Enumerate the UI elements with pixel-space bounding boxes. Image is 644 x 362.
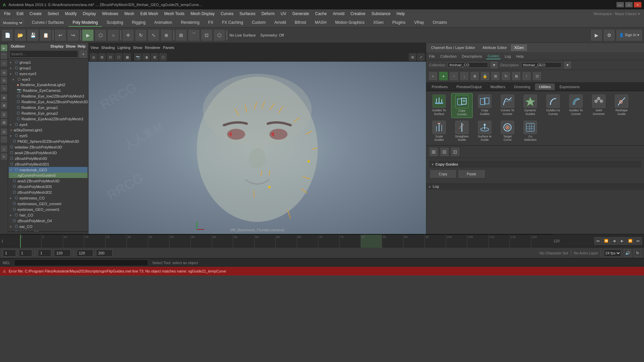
new-scene-btn[interactable]: 📄: [1, 29, 13, 41]
menu-deform[interactable]: Deform: [259, 11, 277, 17]
paint-tool[interactable]: ○: [0, 60, 8, 67]
current-frame-field[interactable]: [3, 249, 16, 257]
tree-item-eyes-eye3[interactable]: ▸⬡eyes:eye3: [9, 71, 88, 76]
anim-end2-field[interactable]: [96, 249, 113, 257]
viewport[interactable]: View Shading Lighting Show Renderer Pane…: [89, 43, 426, 234]
util-tab-utilities[interactable]: Utilities: [535, 83, 555, 90]
tree-item-zbrush2[interactable]: ⬡zBrushPolyMesh3D1: [9, 161, 88, 167]
tree-item-ear-co[interactable]: ▸⬡ear_CO: [9, 224, 88, 229]
tab-channel-box[interactable]: Channel Box / Layer Editor: [428, 44, 478, 51]
tool-copy-guides[interactable]: CopyGuides: [474, 93, 495, 118]
paste-button[interactable]: Paste: [459, 170, 485, 178]
redo-btn[interactable]: ↪: [67, 29, 79, 41]
util-tab-modifiers[interactable]: Modifiers: [486, 83, 509, 90]
tool-guides-as-curves[interactable]: Guides AsCurves: [542, 93, 564, 118]
log-header[interactable]: ▸ Log: [426, 183, 644, 190]
tree-item-zbrush2b[interactable]: ⬡zBrushPolyMesh3D2: [9, 189, 88, 195]
outliner-show-menu[interactable]: Show: [66, 44, 75, 48]
menu-create[interactable]: Create: [27, 11, 44, 17]
skip-end-btn[interactable]: ⏭: [635, 237, 642, 245]
range-end-field[interactable]: [54, 249, 71, 257]
extra-icon1[interactable]: ⊞: [429, 147, 438, 157]
xgen-tool-icon4[interactable]: ↑: [522, 71, 531, 81]
timeline[interactable]: 1 1 5 10 15 20 25 30 35 40 45 50 55 60 6…: [0, 234, 644, 247]
vp-grid[interactable]: ⊞: [409, 53, 416, 61]
save-scene-btn[interactable]: 💾: [27, 29, 39, 41]
util-tab-preview[interactable]: Preview/Output: [452, 83, 486, 90]
tab-motion-graphics[interactable]: Motion Graphics: [331, 19, 368, 27]
tab-xgen[interactable]: XGen: [369, 19, 388, 27]
xgen-tool-icon1[interactable]: ⊞: [491, 71, 500, 81]
menu-modify[interactable]: Modify: [62, 11, 79, 17]
curve-snap-tool[interactable]: ⌒: [0, 136, 8, 143]
timeline-ruler[interactable]: 1 5 10 15 20 25 30 35 40 45 50 55 60 65 …: [20, 234, 552, 248]
menu-substance[interactable]: Substance: [369, 11, 393, 17]
extra-icon2[interactable]: ⊟: [440, 147, 449, 157]
timeline-cursor[interactable]: [20, 235, 21, 248]
tab-bifrost[interactable]: Bifrost: [291, 19, 310, 27]
tree-item-eyelow[interactable]: ⬡Realtime_Eye_low2ZBrushPolyMesh3: [9, 93, 88, 99]
tab-animation[interactable]: Animation: [150, 19, 176, 27]
vp-icon3[interactable]: ⊡: [107, 53, 114, 61]
tree-item-eye5[interactable]: ▸⬡eye5: [9, 133, 88, 138]
maximize-button[interactable]: □: [625, 2, 633, 7]
tab-rigging[interactable]: Rigging: [128, 19, 150, 27]
vp-shading[interactable]: ◑: [143, 53, 150, 61]
tool-guides-to-surface[interactable]: Guides ToSurface: [428, 93, 450, 118]
anim-end1-field[interactable]: [76, 249, 93, 257]
tree-item-pm3d[interactable]: ⬡PM3D_Sphere3DZBrushPolyMesh3D: [9, 138, 88, 144]
xgen-tool-icon5[interactable]: ⊡: [532, 71, 542, 81]
tool-straighten-guide[interactable]: StraightenGuide: [451, 119, 473, 143]
tree-item-eyecamera1[interactable]: 📷Realtime_EyeCamera1: [9, 87, 88, 93]
tree-item-mardomak[interactable]: ▾⬡mardomak_GEO: [9, 167, 88, 173]
xgen-tab-collection[interactable]: Collection: [439, 54, 458, 59]
xgen-tab-log[interactable]: Log: [503, 54, 512, 59]
tool-joint-groomer[interactable]: JointGroomer: [588, 93, 609, 118]
tool-reshape-guide[interactable]: ReshapeGuide: [611, 93, 632, 118]
tool-dynamic-guides[interactable]: DynamicGuides: [520, 93, 541, 118]
tool-surface-to-guide[interactable]: Surface toGuide: [474, 119, 495, 143]
step-fwd-btn[interactable]: ⏩: [627, 237, 634, 245]
tree-item-eyeana1[interactable]: ⬡Realtime_Eye_Ana1ZBrushPolyMesh3D: [9, 99, 88, 105]
render-btn[interactable]: ▶: [590, 29, 602, 41]
play-back-btn[interactable]: ◀: [610, 237, 618, 245]
viewport-content[interactable]: RRCG 人人素材 RRCG VM_Basemesh_Female:camera…: [89, 62, 426, 234]
lighting-menu[interactable]: Lighting: [117, 46, 130, 50]
tab-fx[interactable]: FX: [204, 19, 217, 27]
tree-item-zbrushd4[interactable]: ⬡zBrushPolyMesh_D4: [9, 218, 88, 224]
util-tab-grooming[interactable]: Grooming: [510, 83, 534, 90]
tool-target-curve[interactable]: TargetCurve: [497, 119, 518, 143]
tab-attribute-editor[interactable]: Attribute Editor: [479, 44, 510, 51]
menu-curves[interactable]: Curves: [218, 11, 236, 17]
tree-item-wdadaw[interactable]: ⬡wdadaw ZBrushPolyMesh3D: [9, 144, 88, 150]
renderer-menu[interactable]: Renderer: [145, 46, 160, 50]
snap-point-btn[interactable]: ⊡: [201, 29, 213, 41]
menu-mesh-display[interactable]: Mesh Display: [188, 11, 217, 17]
anim-tool[interactable]: ⊥: [0, 145, 8, 153]
show-menu[interactable]: Show: [133, 46, 143, 50]
tree-item-ana4[interactable]: ⬡ana4:ZBrushPolyMesh3D: [9, 150, 88, 156]
menu-mesh[interactable]: Mesh: [122, 11, 137, 17]
tool-scale-guides[interactable]: ScaleGuides: [428, 119, 450, 143]
select-tool-btn[interactable]: ▶: [82, 29, 94, 41]
tool-curves-to-curves[interactable]: Curves ToCurves: [497, 93, 518, 118]
open-scene-btn[interactable]: 📂: [14, 29, 26, 41]
menu-surfaces[interactable]: Surfaces: [237, 11, 258, 17]
util-tab-primitives[interactable]: Primitives: [428, 83, 452, 90]
tree-item-zbrush5[interactable]: ⬡zBrushPolyMesh3D5: [9, 184, 88, 189]
tree-item-eyeairarea[interactable]: ●Realtime_EyeairAreaLight2: [9, 82, 88, 87]
vp-icon4[interactable]: ⬡: [115, 53, 122, 61]
tree-item-eye4[interactable]: ▸⬡eye4: [9, 122, 88, 127]
tool-copy-curves[interactable]: CopyCurves: [451, 93, 473, 118]
tab-sculpting[interactable]: Sculpting: [103, 19, 127, 27]
tab-vray[interactable]: VRay: [410, 19, 428, 27]
collection-dropdown[interactable]: ▾: [491, 62, 497, 68]
snap-grid-btn[interactable]: ⊞: [175, 29, 187, 41]
panels-menu[interactable]: Panels: [163, 46, 174, 50]
command-input-field[interactable]: [14, 259, 148, 266]
xgen-tool-icon3[interactable]: ⊠: [512, 71, 521, 81]
layer-tool[interactable]: ≡: [0, 153, 8, 160]
menu-edit-mesh[interactable]: Edit Mesh: [138, 11, 161, 17]
rotate-btn[interactable]: ↻: [135, 29, 147, 41]
menu-edit[interactable]: Edit: [14, 11, 26, 17]
